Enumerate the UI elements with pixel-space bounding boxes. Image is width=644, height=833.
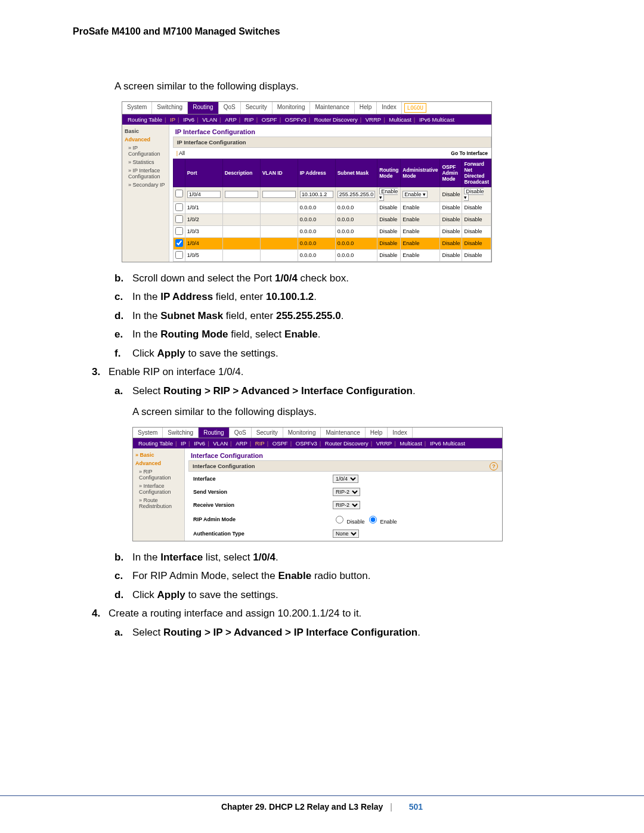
subtab-ip[interactable]: IP <box>170 116 175 123</box>
table-row: 1/0/3 0.0.0.0 0.0.0.0 Disable Enable Dis… <box>173 225 491 237</box>
fld-auth[interactable]: None <box>333 529 359 538</box>
subtab-router-discovery[interactable]: Router Discovery <box>314 116 358 123</box>
tab2-routing[interactable]: Routing <box>199 428 229 438</box>
intro-text-1: A screen similar to the following displa… <box>114 79 589 94</box>
rmode-select[interactable]: Enable ▾ <box>379 188 398 201</box>
step-3-text: Enable RIP on interface 1/0/4. <box>109 364 244 380</box>
sidebar2-route-redist[interactable]: » Route Redistribution <box>133 496 184 510</box>
sidebar-advanced[interactable]: Advanced <box>122 135 169 144</box>
sidebar-secondary-ip[interactable]: » Secondary IP <box>122 181 169 189</box>
subtab2-ip[interactable]: IP <box>181 440 186 447</box>
tab2-index[interactable]: Index <box>388 428 412 438</box>
sidebar2-basic[interactable]: » Basic <box>133 451 184 459</box>
subtab-multicast[interactable]: Multicast <box>389 116 411 123</box>
footer-page: 501 <box>409 802 423 812</box>
sidebar2-advanced[interactable]: Advanced <box>133 459 184 467</box>
cell-rmode: Disable <box>377 213 401 225</box>
subtab-routing-table[interactable]: Routing Table <box>128 116 162 123</box>
subtab-ipv6-multicast[interactable]: IPv6 Multicast <box>419 116 454 123</box>
sidebar2-rip-config[interactable]: » RIP Configuration <box>133 467 184 482</box>
amode-select[interactable]: Enable ▾ <box>402 191 428 198</box>
subtab-ipv6[interactable]: IPv6 <box>183 116 194 123</box>
goto-interface[interactable]: Go To Interface <box>451 150 488 156</box>
sidebar-basic[interactable]: Basic <box>122 127 169 135</box>
subtab2-routing-table[interactable]: Routing Table <box>138 440 173 447</box>
subtab2-router-discovery[interactable]: Router Discovery <box>325 440 369 447</box>
row-checkbox[interactable] <box>175 239 183 247</box>
row-checkbox[interactable] <box>175 227 183 235</box>
fld-interface-label: Interface <box>190 473 328 485</box>
sub-tabs-2: Routing Table| IP| IPv6| VLAN| ARP| RIP|… <box>133 438 502 448</box>
cell-desc <box>222 249 260 261</box>
tab-switching[interactable]: Switching <box>152 102 188 114</box>
subtab-vrrp[interactable]: VRRP <box>366 116 381 123</box>
tab2-switching[interactable]: Switching <box>163 428 199 438</box>
col-fwd: Forward Net Directed Broadcast <box>462 159 491 187</box>
cell-fwd: Disable <box>462 249 491 261</box>
step-d-label: d. <box>114 308 132 324</box>
tab2-system[interactable]: System <box>133 428 163 438</box>
subtab2-ipv6-multicast[interactable]: IPv6 Multicast <box>430 440 465 447</box>
cell-vlan <box>260 202 298 213</box>
desc-input[interactable] <box>225 191 258 198</box>
cell-ip: 0.0.0.0 <box>298 202 335 213</box>
subtab2-ospf[interactable]: OSPF <box>273 440 288 447</box>
check-all[interactable] <box>175 190 183 197</box>
subtab-rip[interactable]: RIP <box>244 116 254 123</box>
panel-header: IP Interface Configuration <box>173 137 491 148</box>
vlan-input[interactable] <box>262 191 296 198</box>
row-checkbox[interactable] <box>175 251 183 259</box>
intro-text-2: A screen similar to the following displa… <box>132 404 589 420</box>
fld-auth-label: Authentication Type <box>190 528 328 540</box>
subtab2-vlan[interactable]: VLAN <box>213 440 228 447</box>
admin-disable-radio[interactable] <box>336 516 343 524</box>
admin-enable-radio[interactable] <box>369 516 377 524</box>
tab2-qos[interactable]: QoS <box>230 428 252 438</box>
subtab-vlan[interactable]: VLAN <box>202 116 217 123</box>
subtab2-rip[interactable]: RIP <box>255 440 265 447</box>
mask-input[interactable]: 255.255.255.0 <box>338 191 376 198</box>
row-checkbox[interactable] <box>175 215 183 223</box>
table-row: 1/0/5 0.0.0.0 0.0.0.0 Disable Enable Dis… <box>173 249 491 261</box>
sidebar-ip-interface-config[interactable]: » IP Interface Configuration <box>122 166 169 181</box>
tab2-security[interactable]: Security <box>252 428 283 438</box>
tab2-help[interactable]: Help <box>366 428 388 438</box>
logout-button[interactable]: LOGOU <box>404 103 426 113</box>
cell-mask: 0.0.0.0 <box>335 202 377 213</box>
help-icon[interactable]: ? <box>490 462 498 470</box>
subtab2-vrrp[interactable]: VRRP <box>376 440 392 447</box>
sidebar-2: » Basic Advanced » RIP Configuration » I… <box>133 448 185 541</box>
subtab2-ospfv3[interactable]: OSPFv3 <box>296 440 317 447</box>
fld-sendv[interactable]: RIP-2 <box>333 488 360 496</box>
row-checkbox[interactable] <box>175 203 183 211</box>
doc-header: ProSafe M4100 and M7100 Managed Switches <box>73 26 589 37</box>
subtab2-multicast[interactable]: Multicast <box>400 440 422 447</box>
tab2-monitoring[interactable]: Monitoring <box>283 428 321 438</box>
sidebar-statistics[interactable]: » Statistics <box>122 158 169 166</box>
tab-index[interactable]: Index <box>377 102 401 114</box>
subtab-ospfv3[interactable]: OSPFv3 <box>285 116 306 123</box>
tab-system[interactable]: System <box>122 102 152 114</box>
fld-interface[interactable]: 1/0/4 <box>333 475 358 483</box>
port-input[interactable]: 1/0/4 <box>187 191 221 198</box>
tab-qos[interactable]: QoS <box>219 102 241 114</box>
fld-recvv[interactable]: RIP-2 <box>333 501 360 509</box>
page-footer: Chapter 29. DHCP L2 Relay and L3 Relay |… <box>0 795 644 812</box>
fwd-select[interactable]: Disable ▾ <box>464 188 484 201</box>
subtab2-arp[interactable]: ARP <box>236 440 247 447</box>
ip-input[interactable]: 10.100.1.2 <box>300 191 333 198</box>
tab2-maintenance[interactable]: Maintenance <box>321 428 365 438</box>
sidebar2-interface-config[interactable]: » Interface Configuration <box>133 482 184 496</box>
tab-routing[interactable]: Routing <box>188 102 218 114</box>
tab-security[interactable]: Security <box>241 102 273 114</box>
tab-maintenance[interactable]: Maintenance <box>310 102 354 114</box>
subtab-arp[interactable]: ARP <box>225 116 237 123</box>
sidebar-ip-config[interactable]: » IP Configuration <box>122 144 169 158</box>
step2-c: For RIP Admin Mode, select the Enable ra… <box>132 568 370 584</box>
tab-monitoring[interactable]: Monitoring <box>273 102 311 114</box>
tab-help[interactable]: Help <box>355 102 377 114</box>
subtab2-ipv6[interactable]: IPv6 <box>194 440 205 447</box>
subtab-ospf[interactable]: OSPF <box>262 116 277 123</box>
cell-port: 1/0/4 <box>185 237 222 249</box>
filter-all[interactable]: | All <box>177 150 185 156</box>
